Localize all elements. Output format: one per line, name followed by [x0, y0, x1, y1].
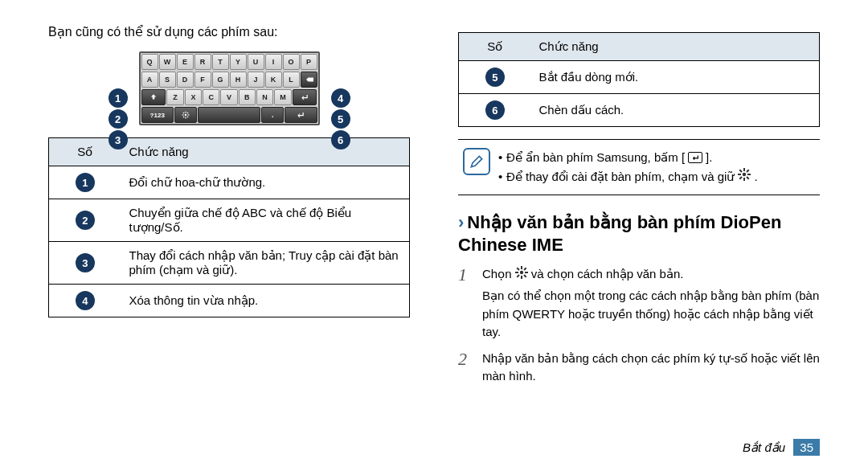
key: N: [256, 89, 273, 105]
row-num-icon: 6: [485, 100, 505, 120]
step-number: 2: [458, 350, 474, 386]
key: D: [177, 72, 194, 88]
key: A: [141, 72, 158, 88]
key: H: [230, 72, 247, 88]
keyboard-callout: Q W E R T Y U I O P A S D: [48, 51, 410, 125]
key: R: [194, 54, 211, 70]
step-2: 2 Nhập văn bản bằng cách chọn các phím k…: [458, 350, 820, 386]
step-text: Nhập văn bản bằng cách chọn các phím ký …: [482, 350, 820, 386]
row-func: Xóa thông tin vừa nhập.: [121, 285, 410, 317]
callout-5: 5: [331, 109, 350, 129]
svg-point-18: [519, 271, 522, 274]
key: B: [239, 89, 256, 105]
key: T: [212, 54, 229, 70]
right-column: Số Chức năng 5 Bắt đầu dòng mới. 6 Chèn …: [458, 24, 820, 394]
key: P: [301, 54, 317, 70]
row-num-icon: 5: [485, 68, 505, 87]
key: C: [203, 89, 219, 105]
svg-point-9: [743, 173, 746, 176]
callout-1: 1: [108, 88, 128, 108]
section-title: ›Nhập văn bản bằng bàn phím DioPen Chine…: [458, 211, 820, 256]
keyboard-image: Q W E R T Y U I O P A S D: [139, 51, 320, 125]
row-func: Thay đổi cách nhập văn bản; Truy cập cài…: [121, 242, 410, 285]
shift-key: [141, 89, 166, 105]
key: X: [185, 89, 202, 105]
note-text: Để ẩn bàn phím Samsung, bấm [: [506, 148, 685, 167]
callout-2: 2: [108, 109, 128, 129]
svg-line-24: [524, 275, 526, 277]
step-text: Chọn và chọn cách nhập văn bản.: [482, 265, 820, 284]
mode-key: ?123: [141, 107, 174, 123]
key: O: [283, 54, 300, 70]
row-func: Chèn dấu cách.: [531, 94, 820, 127]
table-row: 3 Thay đổi cách nhập văn bản; Truy cập c…: [49, 242, 410, 285]
key: F: [194, 72, 211, 88]
enter-key: [293, 89, 317, 105]
gear-icon: [515, 266, 528, 285]
svg-line-25: [517, 275, 519, 277]
enter-key-2: [285, 107, 317, 123]
svg-line-14: [740, 170, 743, 172]
th-func: Chức năng: [531, 33, 820, 61]
note-line-2: • Để thay đổi cài đặt bàn phím, chạm và …: [498, 167, 815, 186]
key: J: [248, 72, 264, 88]
steps-list: 1 Chọn và chọn cách nhập văn bản. Bạn có…: [458, 265, 820, 386]
th-num: Số: [459, 33, 531, 61]
key: Y: [230, 54, 247, 70]
callout-3: 3: [108, 130, 128, 149]
svg-line-16: [740, 177, 743, 179]
note-text: .: [754, 167, 757, 186]
key: L: [283, 72, 300, 88]
table-row: 2 Chuyển giữa chế độ ABC và chế độ Biểu …: [49, 199, 410, 242]
note-icon: [463, 148, 490, 175]
callout-4: 4: [331, 88, 350, 108]
key: I: [265, 54, 282, 70]
backspace-key: [301, 72, 317, 88]
left-column: Bạn cũng có thể sử dụng các phím sau: Q …: [48, 24, 410, 394]
period-key: .: [261, 107, 284, 123]
page-number: 35: [793, 439, 820, 456]
svg-line-17: [747, 170, 749, 172]
row-num-icon: 2: [76, 211, 95, 230]
section-title-text: Nhập văn bản bằng bàn phím DioPen Chines…: [458, 212, 781, 255]
key: E: [177, 54, 194, 70]
page-footer: Bắt đầu 35: [743, 440, 820, 455]
svg-point-0: [185, 114, 187, 117]
table-row: 1 Đổi chữ hoa-chữ thường.: [49, 166, 410, 199]
row-num-icon: 1: [76, 173, 95, 192]
step-number: 1: [458, 265, 474, 342]
svg-line-8: [187, 113, 188, 113]
key: M: [274, 89, 291, 105]
row-func: Chuyển giữa chế độ ABC và chế độ Biểu tư…: [121, 199, 410, 242]
function-table-left: Số Chức năng 1 Đổi chữ hoa-chữ thường. 2…: [48, 137, 410, 317]
step-extra: Bạn có thể chọn một trong các cách nhập …: [482, 287, 820, 342]
key: Z: [166, 89, 183, 105]
table-row: 4 Xóa thông tin vừa nhập.: [49, 285, 410, 317]
svg-line-5: [183, 113, 184, 113]
note-box: • Để ẩn bàn phím Samsung, bấm [ ]. • Để …: [458, 139, 820, 195]
row-num-icon: 3: [76, 253, 95, 272]
svg-line-23: [517, 268, 519, 270]
key: S: [159, 72, 176, 88]
gear-icon: [738, 167, 751, 186]
key: V: [220, 89, 237, 105]
intro-text: Bạn cũng có thể sử dụng các phím sau:: [48, 24, 410, 39]
key: G: [212, 72, 229, 88]
svg-line-15: [747, 177, 749, 179]
row-func: Đổi chữ hoa-chữ thường.: [121, 166, 410, 199]
back-key-icon: [688, 152, 702, 163]
note-text: Để thay đổi cài đặt bàn phím, chạm và gi…: [506, 167, 735, 186]
svg-line-26: [524, 268, 526, 270]
callout-6: 6: [331, 130, 350, 149]
key: U: [248, 54, 264, 70]
chevron-icon: ›: [458, 212, 464, 232]
key: K: [265, 72, 282, 88]
note-line-1: • Để ẩn bàn phím Samsung, bấm [ ].: [498, 148, 815, 167]
function-table-right: Số Chức năng 5 Bắt đầu dòng mới. 6 Chèn …: [458, 32, 820, 127]
svg-line-7: [183, 117, 184, 117]
row-func: Bắt đầu dòng mới.: [531, 61, 820, 94]
svg-line-6: [187, 117, 188, 117]
settings-key: [174, 107, 197, 123]
space-key: [198, 107, 261, 123]
key: Q: [141, 54, 158, 70]
